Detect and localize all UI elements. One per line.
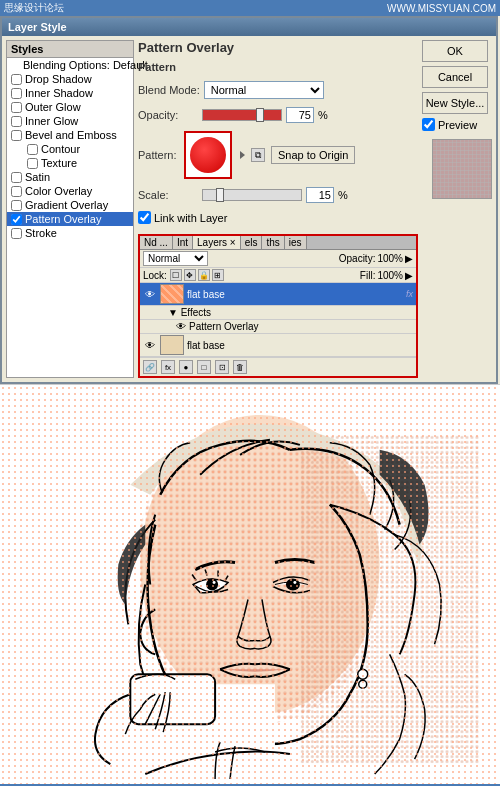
opacity-label: Opacity: xyxy=(138,109,198,121)
svg-point-13 xyxy=(286,579,300,591)
fx-icon[interactable]: fx xyxy=(161,360,175,374)
delete-layer-icon[interactable]: 🗑 xyxy=(233,360,247,374)
preview-label: Preview xyxy=(438,119,477,131)
new-style-button[interactable]: New Style... xyxy=(422,92,488,114)
sidebar-item-drop-shadow[interactable]: Drop Shadow xyxy=(7,72,133,86)
sidebar-item-gradient-overlay[interactable]: Gradient Overlay xyxy=(7,198,133,212)
inner-opacity-container: Opacity: 100% ▶ xyxy=(339,253,413,264)
ok-button[interactable]: OK xyxy=(422,40,488,62)
tab-ies[interactable]: ies xyxy=(285,236,307,249)
preview-thumbnail xyxy=(432,139,492,199)
link-layer-row: Link with Layer xyxy=(138,211,418,224)
lock-move-icon[interactable]: ✥ xyxy=(184,269,196,281)
swatch-dropdown-arrow[interactable] xyxy=(240,151,245,159)
cancel-button[interactable]: Cancel xyxy=(422,66,488,88)
sidebar-item-stroke[interactable]: Stroke xyxy=(7,226,133,240)
pattern-options-button[interactable]: ⧉ xyxy=(251,148,265,162)
buttons-panel: OK Cancel New Style... Preview xyxy=(422,40,492,378)
svg-point-16 xyxy=(359,680,367,688)
main-content: Pattern Overlay Pattern Blend Mode: Norm… xyxy=(138,40,418,378)
svg-rect-18 xyxy=(130,674,215,724)
inner-opacity-value: 100% xyxy=(377,253,403,264)
pattern-swatch[interactable] xyxy=(184,131,232,179)
sidebar-item-blending-options[interactable]: Blending Options: Default xyxy=(7,58,133,72)
sidebar-item-color-overlay[interactable]: Color Overlay xyxy=(7,184,133,198)
layer-name-flat-base: flat base xyxy=(187,289,403,300)
layer-row-flat-base-2[interactable]: 👁 flat base xyxy=(140,334,416,357)
eye-icon-layer2[interactable]: 👁 xyxy=(143,340,157,351)
pattern-overlay-row: 👁 Pattern Overlay xyxy=(140,320,416,334)
styles-panel-title: Styles xyxy=(7,41,133,58)
styles-panel: Styles Blending Options: Default Drop Sh… xyxy=(6,40,134,378)
sidebar-item-satin[interactable]: Satin xyxy=(7,170,133,184)
sub-title: Pattern xyxy=(138,61,418,73)
effects-row: ▼ Effects xyxy=(140,306,416,320)
tab-els[interactable]: els xyxy=(241,236,263,249)
watermark-left: 思缘设计论坛 xyxy=(4,1,64,15)
pattern-row: Pattern: ⧉ Snap to Origin xyxy=(138,131,418,179)
red-circle-icon xyxy=(190,137,226,173)
dialog-body: Styles Blending Options: Default Drop Sh… xyxy=(2,36,496,382)
fill-value: 100% xyxy=(377,270,403,281)
blend-mode-select[interactable]: Normal Multiply Screen xyxy=(204,81,324,99)
scale-label: Scale: xyxy=(138,189,198,201)
snap-to-origin-button[interactable]: Snap to Origin xyxy=(271,146,355,164)
eye-icon-pattern-overlay[interactable]: 👁 xyxy=(176,321,186,332)
blend-mode-label: Blend Mode: xyxy=(138,84,200,96)
scale-input[interactable] xyxy=(306,187,334,203)
lock-label: Lock: xyxy=(143,270,167,281)
scale-percent: % xyxy=(338,189,348,201)
opacity-input[interactable] xyxy=(286,107,314,123)
svg-point-8 xyxy=(213,581,216,584)
sidebar-item-bevel-emboss[interactable]: Bevel and Emboss xyxy=(7,128,133,142)
tab-nd[interactable]: Nd ... xyxy=(140,236,173,249)
inner-panel-tabs: Nd ... Int Layers × els ths ies xyxy=(140,236,416,250)
layer-name-flat-base-2: flat base xyxy=(187,340,413,351)
link-with-layer-checkbox[interactable] xyxy=(138,211,151,224)
layer-thumbnail-flat-base-2 xyxy=(160,335,184,355)
layer-fx-badge: fx xyxy=(406,289,413,299)
link-icon[interactable]: 🔗 xyxy=(143,360,157,374)
eye-icon-layer1[interactable]: 👁 xyxy=(143,289,157,300)
preview-checkbox-row: Preview xyxy=(422,118,492,131)
inner-opacity-arrow: ▶ xyxy=(405,253,413,264)
new-group-icon[interactable]: ⊡ xyxy=(215,360,229,374)
opacity-slider[interactable] xyxy=(202,109,282,121)
sidebar-item-inner-shadow[interactable]: Inner Shadow xyxy=(7,86,133,100)
sidebar-item-texture[interactable]: Texture xyxy=(7,156,133,170)
effects-label: Effects xyxy=(181,307,211,318)
tab-layers[interactable]: Layers × xyxy=(193,236,241,249)
watermark-right: WWW.MISSYUAN.COM xyxy=(387,3,496,14)
section-title: Pattern Overlay xyxy=(138,40,418,55)
new-layer-icon[interactable]: □ xyxy=(197,360,211,374)
tab-int[interactable]: Int xyxy=(173,236,193,249)
preview-checkbox[interactable] xyxy=(422,118,435,131)
inner-blend-mode-select[interactable]: Normal xyxy=(143,251,208,266)
scale-slider[interactable] xyxy=(202,189,302,201)
layer-thumbnail-flat-base xyxy=(160,284,184,304)
fill-row: Fill: 100% ▶ xyxy=(360,270,413,281)
lock-row: Lock: ☐ ✥ 🔒 ⊞ Fill: 100% ▶ xyxy=(140,268,416,283)
dialog-title-bar[interactable]: Layer Style xyxy=(2,18,496,36)
watermark-bar: 思缘设计论坛 WWW.MISSYUAN.COM xyxy=(0,0,500,16)
lock-image-icon[interactable]: 🔒 xyxy=(198,269,210,281)
lock-all-icon[interactable]: ⊞ xyxy=(212,269,224,281)
layer-style-dialog: Layer Style Styles Blending Options: Def… xyxy=(0,16,498,384)
sidebar-item-inner-glow[interactable]: Inner Glow xyxy=(7,114,133,128)
pattern-label: Pattern: xyxy=(138,149,178,161)
sidebar-item-outer-glow[interactable]: Outer Glow xyxy=(7,100,133,114)
opacity-percent: % xyxy=(318,109,328,121)
inner-blend-row: Normal Opacity: 100% ▶ xyxy=(140,250,416,268)
comic-illustration xyxy=(0,384,500,784)
opacity-row: Opacity: % xyxy=(138,107,418,123)
new-fill-icon[interactable]: ● xyxy=(179,360,193,374)
tab-ths[interactable]: ths xyxy=(262,236,284,249)
blend-mode-row: Blend Mode: Normal Multiply Screen xyxy=(138,81,418,99)
pattern-overlay-label: Pattern Overlay xyxy=(189,321,258,332)
sidebar-item-pattern-overlay[interactable]: Pattern Overlay xyxy=(7,212,133,226)
lock-pixels-icon[interactable]: ☐ xyxy=(170,269,182,281)
layer-row-flat-base[interactable]: 👁 flat base fx xyxy=(140,283,416,306)
fill-label: Fill: xyxy=(360,270,376,281)
sidebar-item-contour[interactable]: Contour xyxy=(7,142,133,156)
comic-svg xyxy=(0,385,500,784)
